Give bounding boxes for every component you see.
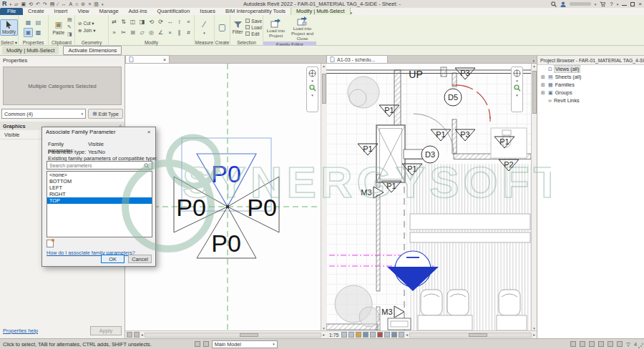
unpin-icon[interactable]: ◎ xyxy=(147,28,156,38)
load-selection-button[interactable]: Load xyxy=(245,25,262,30)
close-button[interactable]: × xyxy=(638,0,642,8)
reveal-hidden-icon[interactable] xyxy=(391,332,397,338)
paste-button[interactable]: ▣ Paste xyxy=(51,19,66,36)
temporary-hide-icon[interactable] xyxy=(384,332,390,338)
right-horizontal-scrollbar[interactable] xyxy=(409,333,532,338)
tab-issues[interactable]: Issues xyxy=(195,8,220,15)
mirror-line-icon[interactable]: ◨ xyxy=(138,17,147,27)
activate-dimensions-button[interactable]: Activate Dimensions xyxy=(63,46,122,55)
panel-label-select[interactable]: Select ▾ xyxy=(0,39,18,46)
tag-label[interactable]: P1 xyxy=(407,164,416,173)
tag-label[interactable]: D5 xyxy=(448,93,458,102)
tag-label[interactable]: P1 xyxy=(384,106,394,114)
parameter-option-left[interactable]: LEFT xyxy=(47,185,152,191)
family-types-icon[interactable]: ▤ xyxy=(34,18,43,27)
tag-label[interactable]: M3 xyxy=(381,308,392,316)
resize-grip[interactable] xyxy=(638,343,643,348)
angle-icon[interactable]: ∠ xyxy=(157,28,165,38)
detail-level-icon[interactable] xyxy=(341,332,347,338)
move-icon[interactable]: ↔ xyxy=(166,17,175,27)
help-dropdown-icon[interactable]: ▾ xyxy=(617,2,619,6)
search-input[interactable] xyxy=(47,162,152,169)
rotate-icon[interactable]: ⟲ xyxy=(147,17,156,27)
extend-icon[interactable]: » xyxy=(110,28,119,38)
steering-wheel-icon[interactable] xyxy=(513,69,521,77)
tab-overflow-icon[interactable]: ▾ xyxy=(351,11,353,15)
right-vertical-scrollbar[interactable]: ▴ ▾ xyxy=(531,64,537,330)
match-type-icon[interactable]: ✎ xyxy=(67,24,72,30)
dialog-close-icon[interactable]: × xyxy=(142,129,155,135)
left-vertical-scrollbar[interactable]: ▴ ▾ xyxy=(321,64,326,330)
restore-button[interactable] xyxy=(630,2,635,6)
grid-tool-icon[interactable]: # xyxy=(185,28,193,38)
zoom-dropdown-icon[interactable]: ▾ xyxy=(311,93,313,97)
browser-item-families[interactable]: ⊞ ▦ Families xyxy=(537,81,644,89)
cut-geometry-button[interactable]: Cut ▾ xyxy=(83,21,94,26)
zoom-icon[interactable] xyxy=(514,84,521,92)
expander-icon[interactable]: ⊞ xyxy=(540,82,546,88)
wheel-dropdown-icon[interactable]: ▾ xyxy=(311,79,313,83)
crop-region-icon[interactable] xyxy=(377,332,383,338)
tag-label-top[interactable]: P0 xyxy=(211,160,241,187)
scroll-right-icon[interactable]: ▸ xyxy=(323,333,325,337)
parallel-icon[interactable]: ∥ xyxy=(175,28,184,38)
user-dropdown-icon[interactable]: ▾ xyxy=(595,2,597,6)
scale-button[interactable]: 1:75 xyxy=(328,333,340,338)
search-icon[interactable] xyxy=(551,1,557,7)
design-options-icon[interactable] xyxy=(203,341,209,347)
tab-close-icon[interactable]: × xyxy=(163,57,166,62)
user-name[interactable] xyxy=(570,2,591,6)
sun-path-icon[interactable] xyxy=(356,332,361,338)
steering-wheel-icon[interactable] xyxy=(308,69,316,77)
tab-manage[interactable]: Manage xyxy=(94,8,124,15)
save-selection-button[interactable]: Save xyxy=(245,19,262,24)
copy-clipboard-icon[interactable]: ◨ xyxy=(67,31,72,37)
scroll-up-icon[interactable]: ▴ xyxy=(323,64,325,68)
parameter-option-bottom[interactable]: BOTTOM xyxy=(47,178,152,185)
type-selector[interactable]: Multiple Categories Selected xyxy=(3,67,122,105)
parameter-option-top-selected[interactable]: TOP xyxy=(47,197,152,204)
tab-create[interactable]: Create xyxy=(23,8,49,15)
visual-style-icon[interactable] xyxy=(348,332,354,338)
copy-icon[interactable]: ↕ xyxy=(175,17,184,27)
floor-plan-canvas[interactable]: UP P3 D5 P1 P1 P3 P1 D3 P1 P1 P2 M3 P1 M… xyxy=(326,64,531,330)
create-group-icon[interactable]: ▢ xyxy=(218,22,226,32)
left-horizontal-scrollbar[interactable] xyxy=(145,333,321,338)
browser-item-groups[interactable]: ⊞ ▣ Groups xyxy=(537,89,644,97)
wheel-dropdown-icon[interactable]: ▾ xyxy=(516,79,518,83)
filter-button[interactable]: Filter xyxy=(231,20,244,35)
tag-label[interactable]: P3 xyxy=(460,130,469,139)
tab-bim-interoperability[interactable]: BIM Interoperability Tools xyxy=(220,8,291,15)
tab-modify-multi-select[interactable]: Modify | Multi-Select xyxy=(291,7,350,15)
scroll-up-icon[interactable]: ▴ xyxy=(533,64,535,68)
modify-tool-button[interactable]: Modify xyxy=(0,19,18,36)
zoom-icon[interactable] xyxy=(309,84,316,92)
cart-icon[interactable] xyxy=(600,1,606,7)
right-view-tab[interactable]: A1-03 - schedu... xyxy=(326,55,388,63)
browser-item-views[interactable]: ⊡ Views (all) xyxy=(537,65,644,73)
tag-label[interactable]: P1 xyxy=(386,182,396,190)
measure-tool-icon[interactable]: ∕ xyxy=(203,19,205,29)
select-underlay-icon[interactable] xyxy=(617,341,623,347)
tag-label[interactable]: P1 xyxy=(499,137,509,146)
tag-label[interactable]: P1 xyxy=(363,144,372,153)
measure-dropdown-icon[interactable]: ▾ xyxy=(203,31,205,35)
scroll-thumb[interactable] xyxy=(469,333,487,337)
parameter-option-right[interactable]: RIGHT xyxy=(47,191,152,197)
selection-filter-icon[interactable]: ▽ xyxy=(626,341,630,348)
expander-icon[interactable]: ⊞ xyxy=(540,74,546,80)
pin-icon[interactable]: ⊞ xyxy=(129,28,137,38)
scroll-left-icon[interactable]: ◂ xyxy=(406,333,408,337)
minimize-button[interactable] xyxy=(622,3,627,6)
press-drag-icon[interactable] xyxy=(589,341,595,347)
analytical-model-icon[interactable] xyxy=(399,332,404,338)
cut-clipboard-icon[interactable]: ▤ xyxy=(67,17,72,23)
type-properties-icon[interactable]: ▩ xyxy=(34,28,43,37)
new-parameter-button[interactable] xyxy=(47,240,54,247)
zoom-dropdown-icon[interactable]: ▾ xyxy=(516,93,518,97)
tab-insert[interactable]: Insert xyxy=(49,8,73,15)
mirror-axis-icon[interactable]: ◫ xyxy=(129,17,137,27)
edit-selection-button[interactable]: Edit xyxy=(245,31,262,36)
properties-filter-select[interactable]: Common (4)▾ xyxy=(1,109,86,119)
worksharing-display-icon[interactable] xyxy=(127,332,132,338)
